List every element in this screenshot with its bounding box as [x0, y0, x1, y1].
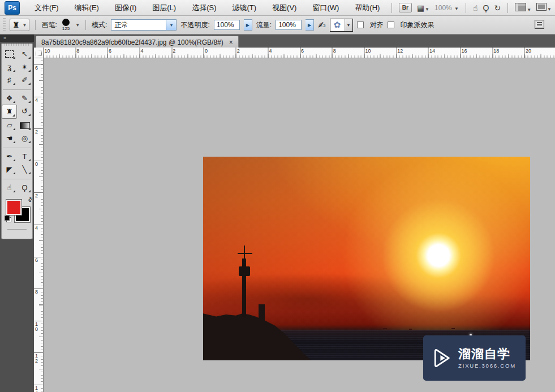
magic-wand-tool[interactable]: ✴ — [17, 61, 32, 74]
photoshop-window: Ps 文件(F)编辑(E)图像(I)图层(L)选择(S)滤镜(T)视图(V)窗口… — [0, 0, 555, 392]
watermark-subtitle: ZIXUE.3066.COM — [458, 363, 516, 369]
v-ruler-label: 4 — [35, 226, 40, 231]
type-tool[interactable]: T — [17, 150, 32, 163]
brush-preset-picker[interactable]: 125 — [62, 19, 70, 31]
tool-preset-picker[interactable]: ♜ ▼ — [10, 19, 29, 31]
hand-tool[interactable]: ☝ — [2, 181, 17, 194]
h-ruler-label: 8 — [333, 48, 336, 54]
watermark-text: 溜溜自学 ZIXUE.3066.COM — [458, 348, 516, 369]
gradient-tool[interactable] — [17, 119, 32, 132]
menu-window[interactable]: 窗口(W) — [304, 0, 347, 16]
blend-mode-select[interactable]: 正常 ▼ — [111, 19, 177, 31]
aligned-label: 对齐 — [370, 20, 384, 30]
eyedropper-tool-icon: ✐ — [21, 76, 28, 84]
vertical-ruler: 64202468101214 — [34, 58, 44, 392]
pattern-stamp-icon: ♜ — [12, 20, 20, 29]
zoom-tool[interactable]: Ϙ — [17, 181, 32, 194]
sunset-photo-canvas[interactable] — [203, 157, 530, 360]
rectangular-marquee-tool[interactable] — [2, 48, 17, 61]
zoom-tool-icon: Ϙ — [21, 184, 27, 191]
eraser-tool-icon: ▱ — [7, 122, 12, 129]
screen-mode-switcher[interactable]: ▼ — [536, 3, 552, 12]
document-tab[interactable]: 8a75b81820c9a862a9fcb60fbe2f4437.jpg @ 1… — [36, 36, 239, 48]
panel-list-icon — [535, 20, 544, 29]
workspace-switcher[interactable]: ▼ — [515, 3, 531, 13]
hand-tool-icon: ☝ — [7, 184, 12, 191]
brush-label: 画笔: — [41, 20, 57, 30]
pattern-stamp-tool[interactable]: ♜ — [2, 105, 17, 119]
options-bar-grip — [3, 18, 6, 32]
chevron-down-icon[interactable]: ▼ — [75, 23, 80, 28]
menu-edit[interactable]: 编辑(E) — [67, 0, 107, 16]
move-tool-icon: ↖ — [21, 50, 28, 58]
flow-slider-button[interactable]: ▶ — [306, 19, 314, 31]
menu-image[interactable]: 图像(I) — [107, 0, 144, 16]
v-ruler-label: 4 — [35, 98, 40, 103]
opacity-slider-button[interactable]: ▶ — [244, 19, 252, 31]
airbrush-toggle-icon[interactable]: ✍ — [318, 20, 325, 31]
v-ruler-label: 8 — [35, 290, 40, 295]
screen-mode-icon — [536, 3, 547, 11]
left-dock: « ↖ʓ✴♯✐❖✎♜↺▱☚◎✒T◤╲☝Ϙ ⇄ — [0, 35, 34, 392]
move-tool[interactable]: ↖ — [17, 48, 32, 61]
gradient-tool-icon — [20, 122, 30, 129]
menu-view[interactable]: 视图(V) — [264, 0, 304, 16]
menu-select[interactable]: 选择(S) — [184, 0, 224, 16]
quick-mask-divider — [7, 229, 27, 236]
menu-help[interactable]: 帮助(H) — [347, 0, 388, 16]
opacity-input[interactable]: 100% — [214, 20, 240, 30]
pier-structure — [259, 304, 265, 322]
menu-filter[interactable]: 滤镜(T) — [224, 0, 264, 16]
zoom-tool-icon[interactable]: Ϙ — [483, 4, 489, 12]
menu-bar: Ps 文件(F)编辑(E)图像(I)图层(L)选择(S)滤镜(T)视图(V)窗口… — [0, 0, 555, 16]
eyedropper-tool[interactable]: ✐ — [17, 74, 32, 87]
toolbox-divider — [3, 145, 31, 148]
toggle-panels-button[interactable] — [535, 20, 544, 31]
blend-mode-value: 正常 — [114, 20, 128, 30]
brush-tool[interactable]: ✎ — [17, 92, 32, 105]
impressionist-checkbox[interactable] — [388, 21, 394, 28]
pattern-picker[interactable]: ✿ ▼ — [330, 19, 353, 32]
chevron-down-icon: ▼ — [454, 6, 459, 11]
beacon-tower — [242, 259, 247, 317]
collapse-panels-button[interactable]: « — [0, 35, 34, 42]
eraser-tool[interactable]: ▱ — [2, 119, 17, 132]
path-selection-tool[interactable]: ◤ — [2, 163, 17, 176]
ruler-origin-corner — [34, 48, 44, 58]
pattern-stamp-tool-icon: ♜ — [6, 108, 13, 115]
chevron-down-icon: ▼ — [345, 19, 352, 31]
color-swatches: ⇄ — [4, 196, 30, 225]
launcher-grid-icon[interactable]: ▦▼ — [417, 4, 429, 12]
h-ruler-label: 4 — [141, 48, 144, 54]
launch-bridge-button[interactable]: Br — [399, 3, 412, 12]
crop-tool-icon: ♯ — [7, 76, 11, 84]
toolbox-grip[interactable] — [5, 44, 29, 46]
lasso-tool[interactable]: ʓ — [2, 61, 17, 74]
zoom-level-select[interactable]: 100% ▼ — [434, 4, 459, 12]
watermark-title: 溜溜自学 — [458, 348, 516, 360]
menu-file[interactable]: 文件(F) — [27, 0, 67, 16]
flow-input[interactable]: 100% — [276, 20, 302, 30]
foreground-color-swatch[interactable] — [6, 200, 21, 215]
default-colors-icon[interactable] — [5, 216, 11, 222]
toolbox-divider — [3, 87, 31, 90]
aligned-checkbox[interactable] — [357, 21, 364, 28]
line-tool[interactable]: ╲ — [17, 163, 32, 176]
v-ruler-label: 2 — [35, 193, 40, 199]
pattern-thumbnail-icon: ✿ — [330, 19, 345, 31]
h-ruler-label: 4 — [269, 48, 272, 54]
menu-layer[interactable]: 图层(L) — [144, 0, 184, 16]
swap-colors-icon[interactable]: ⇄ — [26, 196, 34, 204]
smudge-tool[interactable]: ☚ — [2, 132, 17, 145]
pen-tool[interactable]: ✒ — [2, 150, 17, 163]
dodge-tool-icon: ◎ — [21, 135, 28, 142]
document-title: 8a75b81820c9a862a9fcb60fbe2f4437.jpg @ 1… — [41, 38, 223, 46]
close-icon[interactable]: × — [229, 38, 233, 46]
canvas-area[interactable]: 溜溜自学 ZIXUE.3066.COM — [44, 58, 555, 392]
hand-tool-icon[interactable]: ☝ — [473, 4, 478, 12]
dodge-tool[interactable]: ◎ — [17, 132, 32, 145]
rotate-view-icon[interactable]: ↻ — [494, 4, 501, 12]
history-brush-tool[interactable]: ↺ — [17, 105, 32, 118]
patch-tool[interactable]: ❖ — [2, 92, 17, 105]
crop-tool[interactable]: ♯ — [2, 74, 17, 87]
